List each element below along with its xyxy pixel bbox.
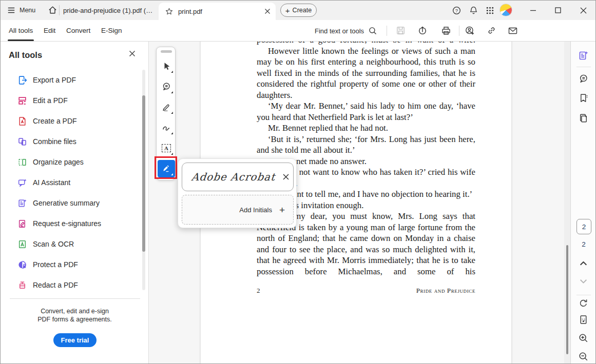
home-button[interactable]	[48, 5, 57, 15]
sidebar-item-ai-assistant[interactable]: AI Assistant	[9, 174, 136, 191]
protect-pdf-icon	[17, 260, 27, 270]
tab-pride-and-prejudice[interactable]: pride-and-prejudice (1).pdf (SEC...	[63, 1, 158, 20]
edit-pdf-icon	[17, 96, 27, 106]
sidebar-item-organize-pages[interactable]: Organize pages	[9, 153, 136, 171]
toolbar-divider	[387, 26, 387, 36]
menu-button[interactable]: Menu	[7, 5, 35, 16]
delete-signature-icon[interactable]	[275, 173, 297, 180]
find-text-button[interactable]: Find text or tools	[315, 24, 377, 37]
highlight-pen-icon	[161, 102, 171, 112]
export-pdf-icon	[17, 75, 27, 85]
page-total: 2	[571, 240, 596, 248]
chevron-down-icon[interactable]	[578, 277, 589, 286]
highlight-tool-button[interactable]	[158, 98, 175, 116]
home-icon	[48, 5, 57, 15]
sidebar-item-request-esignatures[interactable]: Request e-signatures	[9, 215, 136, 232]
sidebar-item-create-pdf[interactable]: Create a PDF	[9, 112, 136, 130]
free-trial-button[interactable]: Free trial	[53, 333, 97, 347]
bell-icon[interactable]	[469, 6, 478, 15]
tab-label: pride-and-prejudice (1).pdf (SEC...	[63, 7, 156, 14]
sidebar-scrollbar-thumb[interactable]	[142, 95, 145, 252]
tab-print-pdf[interactable]: print.pdf	[159, 3, 276, 20]
nav-tab-edit[interactable]: Edit	[44, 20, 55, 41]
minimize-button[interactable]	[521, 1, 545, 20]
sidebar-item-redact-pdf[interactable]: Redact a PDF	[9, 276, 136, 294]
sidebar-divider	[10, 298, 140, 299]
redact-pdf-icon	[17, 280, 27, 290]
sidebar-item-generative-summary[interactable]: Generative summary	[9, 194, 136, 212]
maximize-button[interactable]	[546, 1, 570, 20]
footer-book-title: Pride and Prejudice	[416, 285, 475, 296]
toolbar: All tools Edit Convert E-Sign Find text …	[1, 20, 595, 42]
print-icon[interactable]	[441, 26, 451, 36]
nav-tab-convert[interactable]: Convert	[66, 20, 90, 41]
sidebar-item-protect-pdf[interactable]: Protect a PDF	[9, 256, 136, 273]
add-initials-button[interactable]: Add Initials +	[182, 195, 294, 225]
dropdown-corner	[171, 132, 173, 134]
mail-icon[interactable]	[508, 26, 518, 36]
generative-summary-icon	[17, 198, 27, 208]
help-icon[interactable]: ?	[452, 6, 462, 15]
comment-icon	[161, 82, 171, 92]
signature-preview[interactable]: Adobe Acrobat	[182, 171, 276, 183]
document-scrollbar-thumb[interactable]	[566, 245, 568, 354]
all-tools-panel: All tools Export a PDF Edit a PDF Create…	[1, 42, 149, 364]
panel-divider	[576, 67, 591, 67]
add-text-icon: A	[162, 144, 171, 152]
select-cursor-icon	[161, 61, 171, 71]
panel-divider	[576, 295, 591, 295]
tool-highlight-box	[155, 156, 177, 179]
bookmark-icon[interactable]	[578, 93, 589, 104]
sidebar-item-edit-pdf[interactable]: Edit a PDF	[9, 92, 136, 109]
document-scrollbar[interactable]	[564, 42, 570, 364]
nav-tab-esign[interactable]: E-Sign	[101, 20, 122, 41]
menu-icon	[7, 6, 16, 14]
avatar[interactable]	[499, 4, 512, 16]
generative-summary-icon[interactable]	[578, 50, 589, 61]
clipped-top-line: possession of a good fortune, must be in…	[257, 42, 475, 46]
svg-text:?: ?	[455, 8, 458, 13]
strip-drag-handle[interactable]	[161, 50, 172, 53]
tab-close-icon[interactable]	[264, 8, 271, 14]
titlebar-divider	[59, 5, 60, 15]
draw-tool-button[interactable]	[158, 119, 175, 136]
footer-page-number: 2	[257, 285, 260, 296]
chevron-up-icon[interactable]	[578, 259, 589, 267]
link-icon[interactable]	[487, 26, 496, 35]
apps-grid-icon[interactable]	[485, 6, 495, 15]
plus-icon: +	[279, 205, 285, 215]
zoom-out-icon[interactable]	[578, 351, 589, 362]
pages-icon[interactable]	[578, 113, 589, 124]
save-icon[interactable]	[396, 26, 406, 35]
right-panel: 2 1:1	[570, 42, 596, 364]
refresh-icon[interactable]	[578, 298, 589, 309]
nav-tab-all-tools[interactable]: All tools	[9, 20, 33, 41]
star-icon[interactable]	[165, 7, 174, 16]
signature-popup: Adobe Acrobat Add Initials +	[178, 158, 297, 228]
add-text-tool-button[interactable]: A	[158, 139, 175, 157]
promo-text: Convert, edit and e-sign PDF forms & agr…	[1, 307, 149, 323]
scan-ocr-icon	[17, 239, 27, 249]
request-esignatures-icon	[17, 219, 27, 229]
fit-page-icon[interactable]: 1:1	[578, 314, 589, 325]
toolbar-divider	[459, 26, 459, 36]
sidebar-item-scan-ocr[interactable]: Scan & OCR	[9, 235, 136, 253]
close-button[interactable]	[571, 1, 595, 20]
panel-close-icon[interactable]	[129, 50, 136, 57]
zoom-in-icon[interactable]	[578, 333, 589, 343]
dropdown-corner	[171, 71, 173, 73]
comment-tool-button[interactable]	[158, 78, 175, 95]
dropdown-corner	[171, 112, 173, 114]
find-label: Find text or tools	[315, 27, 364, 35]
sidebar-scrollbar[interactable]	[142, 70, 145, 290]
comments-icon[interactable]	[578, 73, 589, 84]
page-number-input[interactable]	[576, 219, 591, 234]
saved-signature-option[interactable]: Adobe Acrobat	[182, 163, 294, 191]
create-pdf-icon	[17, 116, 27, 126]
create-button[interactable]: + Create	[280, 4, 317, 17]
select-tool-button[interactable]	[158, 57, 175, 75]
sidebar-item-export-pdf[interactable]: Export a PDF	[9, 71, 136, 89]
upload-cloud-icon[interactable]	[417, 26, 428, 36]
sidebar-item-combine-files[interactable]: Combine files	[9, 133, 136, 150]
request-signature-icon[interactable]	[465, 26, 475, 36]
